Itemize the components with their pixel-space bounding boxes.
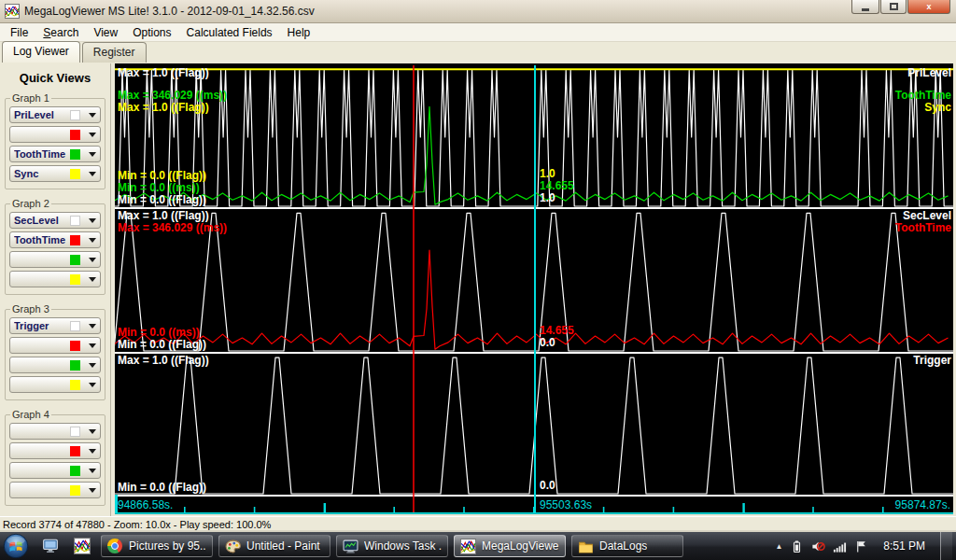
graph3-field-dropdown-1[interactable]: Trigger bbox=[9, 317, 101, 334]
cursor-value-label: 14.655 bbox=[540, 325, 574, 336]
chevron-down-icon bbox=[89, 429, 96, 438]
series-color-swatch bbox=[70, 485, 80, 496]
graph-group-label: Graph 1 bbox=[10, 92, 51, 104]
system-monitor-icon[interactable] bbox=[42, 538, 59, 554]
status-bar: Record 3774 of 47880 - Zoom: 10.0x - Pla… bbox=[0, 516, 956, 532]
chevron-down-icon bbox=[89, 469, 96, 477]
minimize-button[interactable] bbox=[851, 0, 879, 14]
dropdown-selected-field: Sync bbox=[14, 168, 70, 179]
series-color-swatch bbox=[70, 380, 80, 390]
taskbar-button-label: DataLogs bbox=[599, 539, 647, 553]
graph1-field-dropdown-2[interactable] bbox=[9, 126, 101, 143]
series-color-swatch bbox=[70, 216, 80, 226]
task-manager-icon bbox=[343, 539, 358, 554]
taskbar-button-datalogs[interactable]: DataLogs bbox=[571, 535, 683, 557]
volume-muted-icon[interactable] bbox=[811, 539, 825, 553]
graph-group-label: Graph 4 bbox=[10, 409, 51, 420]
graph1-field-dropdown-3[interactable]: ToothTime bbox=[9, 146, 101, 162]
signal-name-label: SecLevel bbox=[903, 210, 951, 221]
taskbar-button-label: Windows Task ... bbox=[364, 539, 442, 553]
taskbar-button-label: Untitled - Paint bbox=[246, 539, 320, 553]
taskbar-clock[interactable]: 8:51 PM bbox=[876, 539, 933, 553]
cursor-value-label: 1.0 bbox=[540, 168, 555, 179]
signal-min-label: Min = 0.0 ((Flag)) bbox=[118, 482, 206, 493]
graph3-field-dropdown-2[interactable] bbox=[9, 337, 101, 354]
menu-item-search[interactable]: Search bbox=[35, 24, 86, 41]
series-color-swatch bbox=[70, 130, 80, 140]
chevron-down-icon bbox=[89, 363, 96, 371]
graph4-field-dropdown-2[interactable] bbox=[9, 442, 101, 459]
graph2-field-dropdown-2[interactable]: ToothTime bbox=[9, 231, 101, 248]
title-bar[interactable]: MegaLogViewer MS Lite! 3.1.0 - 2012-09-0… bbox=[0, 0, 956, 23]
taskbar-button-untitled-paint[interactable]: Untitled - Paint bbox=[218, 535, 330, 557]
menu-item-view[interactable]: View bbox=[86, 24, 125, 41]
graph4-field-dropdown-3[interactable] bbox=[9, 462, 101, 479]
chevron-down-icon bbox=[89, 383, 96, 391]
taskbar-button-windows-task[interactable]: Windows Task ... bbox=[336, 535, 448, 557]
cursor-value-label: 0.0 bbox=[540, 337, 555, 348]
quick-views-sidebar: Quick Views Graph 1PriLevelToothTimeSync… bbox=[0, 63, 111, 516]
menu-bar: FileSearchViewOptionsCalculated FieldsHe… bbox=[0, 23, 956, 42]
network-signal-icon[interactable] bbox=[833, 539, 847, 553]
graph-group-3: Graph 3Trigger bbox=[5, 303, 105, 400]
cursor-value-label: 1.0 bbox=[540, 192, 555, 203]
series-color-swatch bbox=[70, 169, 80, 179]
graph1-field-dropdown-4[interactable]: Sync bbox=[9, 165, 101, 182]
tab-register[interactable]: Register bbox=[82, 42, 147, 63]
menu-item-options[interactable]: Options bbox=[125, 24, 178, 41]
graph3-field-dropdown-4[interactable] bbox=[9, 376, 101, 393]
timeline-end-label: 95874.87s. bbox=[895, 499, 950, 511]
app-window: MegaLogViewer MS Lite! 3.1.0 - 2012-09-0… bbox=[0, 0, 956, 532]
maximize-button[interactable] bbox=[880, 0, 907, 14]
paint-icon bbox=[225, 539, 241, 554]
dropdown-selected-field: ToothTime bbox=[14, 234, 70, 245]
signal-max-label: Max = 346.029 ((ms)) bbox=[118, 90, 227, 101]
signal-name-label: PriLevel bbox=[907, 67, 951, 78]
chevron-down-icon bbox=[89, 113, 96, 121]
status-text: Record 3774 of 47880 - Zoom: 10.0x - Pla… bbox=[3, 519, 271, 530]
waveform-canvas[interactable] bbox=[115, 63, 953, 514]
signal-min-label: Min = 0.0 ((Flag)) bbox=[118, 194, 206, 205]
show-desktop-button[interactable] bbox=[940, 532, 952, 560]
dropdown-selected-field: SecLevel bbox=[14, 215, 70, 226]
chevron-down-icon bbox=[89, 152, 96, 161]
megalogviewer-icon[interactable] bbox=[74, 538, 91, 554]
menu-item-file[interactable]: File bbox=[3, 24, 35, 41]
app-icon bbox=[5, 4, 20, 19]
close-button[interactable]: x bbox=[907, 0, 950, 14]
taskbar: Pictures by 95...Untitled - PaintWindows… bbox=[0, 532, 956, 560]
taskbar-button-label: Pictures by 95... bbox=[129, 539, 206, 553]
graph2-field-dropdown-1[interactable]: SecLevel bbox=[9, 212, 101, 229]
chevron-down-icon bbox=[89, 218, 96, 227]
chevron-down-icon bbox=[89, 343, 96, 352]
log-graph-panel[interactable]: Max = 1.0 ((Flag))PriLevelMax = 346.029 … bbox=[115, 63, 953, 514]
signal-max-label: Max = 1.0 ((Flag)) bbox=[118, 210, 209, 221]
signal-name-label: Trigger bbox=[913, 355, 951, 366]
chevron-down-icon bbox=[89, 488, 96, 497]
chevron-down-icon bbox=[89, 238, 96, 246]
taskbar-button-pictures-by-95[interactable]: Pictures by 95... bbox=[101, 535, 213, 557]
graph3-field-dropdown-3[interactable] bbox=[9, 357, 101, 373]
graph-group-label: Graph 3 bbox=[10, 303, 51, 315]
chevron-down-icon bbox=[89, 258, 96, 266]
graph-group-label: Graph 2 bbox=[10, 198, 51, 209]
series-color-swatch bbox=[70, 360, 80, 371]
taskbar-button-label: MegaLogViewe... bbox=[482, 539, 559, 553]
menu-item-calculated-fields[interactable]: Calculated Fields bbox=[179, 24, 280, 41]
graph4-field-dropdown-4[interactable] bbox=[9, 482, 101, 498]
tab-log-viewer[interactable]: Log Viewer bbox=[2, 41, 80, 63]
series-color-swatch bbox=[70, 341, 80, 351]
graph2-field-dropdown-4[interactable] bbox=[9, 271, 101, 287]
window-title: MegaLogViewer MS Lite! 3.1.0 - 2012-09-0… bbox=[24, 5, 315, 18]
graph2-field-dropdown-3[interactable] bbox=[9, 251, 101, 268]
hidden-icons-arrow[interactable]: ▲ bbox=[775, 542, 782, 551]
action-center-flag-icon[interactable] bbox=[854, 539, 868, 553]
menu-item-help[interactable]: Help bbox=[280, 24, 318, 41]
graph1-field-dropdown-1[interactable]: PriLevel bbox=[9, 106, 101, 123]
graph4-field-dropdown-1[interactable] bbox=[9, 423, 101, 440]
start-button[interactable] bbox=[3, 533, 29, 559]
taskbar-button-megalogviewe[interactable]: MegaLogViewe... bbox=[454, 535, 566, 557]
battery-icon[interactable] bbox=[790, 539, 804, 553]
series-color-swatch bbox=[70, 255, 80, 265]
graph-group-2: Graph 2SecLevelToothTime bbox=[5, 198, 105, 295]
